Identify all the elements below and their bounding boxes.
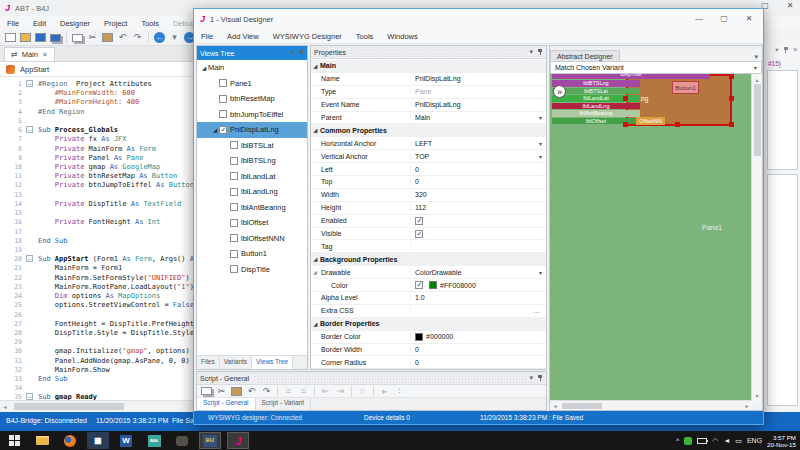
dropdown-arrow-icon[interactable]: ▾	[539, 269, 542, 276]
property-value[interactable]: PnlDispLatLng	[411, 75, 546, 82]
property-section-main[interactable]: ◢Main	[311, 60, 546, 73]
volume-icon[interactable]: ◄	[723, 437, 730, 444]
script-redo-icon[interactable]: ↷	[261, 386, 272, 397]
tab-script-variant[interactable]: Script - Variant	[256, 398, 312, 410]
script-indent-increase-icon[interactable]: ⇥	[335, 386, 346, 397]
ide-redo-icon[interactable]: ↷	[132, 32, 143, 43]
designer-maximize-button[interactable]: ▢	[718, 14, 730, 23]
property-value[interactable]: 1.0	[411, 294, 546, 301]
tree-item-checkbox[interactable]	[219, 110, 227, 118]
tree-item-checkbox[interactable]	[219, 126, 227, 134]
property-checkbox[interactable]	[415, 281, 423, 289]
taskbar-word[interactable]: W	[115, 432, 137, 449]
ide-menu-designer[interactable]: Designer	[53, 19, 97, 28]
tree-item-lblbtslat[interactable]: lblBTSLat	[197, 138, 307, 154]
tree-item-pnldisplatlng[interactable]: ◢PnlDispLatLng	[197, 122, 307, 138]
b4j-bridge-tray-icon[interactable]	[684, 437, 692, 445]
designer-minimize-button[interactable]: —	[693, 14, 705, 23]
designer-menu-windows[interactable]: Windows	[380, 32, 424, 41]
expander-icon[interactable]: ◢	[313, 269, 317, 275]
dropdown-arrow-icon[interactable]: ▾	[539, 153, 542, 160]
property-value[interactable]: Pane	[411, 88, 546, 95]
property-value[interactable]: 0	[411, 166, 546, 173]
tab-script-general[interactable]: Script - General	[197, 398, 256, 410]
ide-back-dropdown-icon[interactable]: ▾	[169, 32, 180, 43]
scrollbar-thumb[interactable]	[14, 403, 124, 410]
tab-variants[interactable]: Variants	[220, 356, 252, 369]
section-collapse-icon[interactable]: ◢	[311, 63, 320, 69]
script-more-icon[interactable]: ∶	[394, 386, 405, 397]
designer-menu-file[interactable]: File	[194, 32, 220, 41]
tree-item-main[interactable]: ◢Main	[197, 60, 307, 76]
tree-item-lbllandlat[interactable]: lblLandLat	[197, 169, 307, 185]
script-copy-icon[interactable]	[201, 387, 212, 395]
fold-toggle-icon[interactable]	[26, 126, 33, 133]
expanded-icon[interactable]: ◢	[200, 65, 208, 71]
designer-menu-tools[interactable]: Tools	[349, 32, 381, 41]
ide-undo-icon[interactable]: ↶	[117, 32, 128, 43]
tree-item-checkbox[interactable]	[230, 188, 238, 196]
scrollbar-thumb[interactable]	[754, 84, 761, 156]
fold-toggle-icon[interactable]	[26, 255, 33, 262]
tree-item-lbllandlng[interactable]: lblLandLng	[197, 184, 307, 200]
panel-pin-icon[interactable]	[537, 374, 543, 382]
tree-item-checkbox[interactable]	[230, 265, 238, 273]
script-uncomment-icon[interactable]: ≡	[298, 386, 309, 397]
section-collapse-icon[interactable]: ◢	[311, 127, 320, 133]
selection-handle[interactable]	[729, 74, 734, 79]
property-section-common-properties[interactable]: ◢Common Properties	[311, 124, 546, 137]
language-indicator[interactable]: ENG	[747, 437, 762, 444]
property-value[interactable]	[411, 217, 546, 225]
ide-copy-icon[interactable]	[72, 34, 83, 42]
fold-toggle-icon[interactable]	[26, 80, 33, 87]
property-value[interactable]: 0	[411, 178, 546, 185]
property-checkbox[interactable]	[415, 217, 423, 225]
tree-item-checkbox[interactable]	[230, 250, 238, 258]
tree-item-lbloffset[interactable]: lblOffset	[197, 215, 307, 231]
designer-view-lbllandlng[interactable]: lblLandLng	[552, 103, 640, 110]
ide-paste-icon[interactable]	[102, 33, 113, 42]
property-value[interactable]: PnlDispLatLng	[411, 101, 546, 108]
tree-item-checkbox[interactable]	[230, 172, 238, 180]
taskbar-start[interactable]	[3, 432, 25, 449]
property-value[interactable]: TOP▾	[411, 153, 546, 160]
designer-view-lblOffsetNNN[interactable]: OffsetNN	[636, 117, 665, 125]
taskbar-calculator[interactable]: ▦	[87, 432, 109, 449]
ide-menu-tools[interactable]: Tools	[134, 19, 166, 28]
ide-save-icon[interactable]	[35, 33, 46, 42]
abstract-designer-tab[interactable]: Abstract Designer	[550, 50, 620, 61]
designer-close-button[interactable]: ✕	[743, 14, 755, 23]
tree-item-btnjumptoeiffel[interactable]: btnJumpToEiffel	[197, 107, 307, 123]
abstract-designer-canvas[interactable]: PnlDispLatLng Button1 OffsetNN » Pane1 D…	[550, 74, 752, 402]
designer-view-lblantbearing[interactable]: lblAntBearing	[552, 110, 640, 117]
tree-item-checkbox[interactable]	[219, 79, 227, 87]
designer-view-disptitle[interactable]: DispTitle	[552, 74, 710, 79]
designer-menu-wysiwyg-designer[interactable]: WYSIWYG Designer	[266, 32, 349, 41]
property-value[interactable]: #FF008000	[411, 281, 546, 289]
property-value[interactable]: #000000	[411, 333, 546, 341]
property-value[interactable]: ColorDrawable▾	[411, 269, 546, 276]
property-value[interactable]: 0	[411, 359, 546, 366]
selection-handle[interactable]	[623, 122, 628, 127]
battery-icon[interactable]	[697, 438, 707, 444]
script-cut-icon[interactable]: ✂	[216, 386, 227, 397]
section-collapse-icon[interactable]: ◢	[311, 321, 320, 327]
selection-handle[interactable]	[729, 96, 734, 101]
panel-dropdown-icon[interactable]: ▾	[775, 46, 778, 54]
panel-pin-icon[interactable]	[298, 49, 304, 57]
scroll-left-icon[interactable]: ◂	[550, 401, 560, 411]
variant-selector[interactable]: Match Chosen Variant ▾	[550, 61, 762, 74]
panel-dropdown-icon[interactable]: ▾	[754, 53, 758, 60]
dropdown-arrow-icon[interactable]: ▾	[539, 140, 542, 147]
property-value[interactable]: …	[411, 307, 546, 314]
ide-new-file-icon[interactable]	[5, 33, 16, 42]
notification-icon[interactable]: ▭	[735, 437, 742, 445]
tree-item-checkbox[interactable]	[230, 234, 238, 242]
taskbar-designer-j[interactable]: J	[227, 432, 249, 449]
designer-menu-add-view[interactable]: Add View	[220, 32, 266, 41]
property-checkbox[interactable]	[415, 230, 423, 238]
ide-menu-project[interactable]: Project	[97, 19, 134, 28]
selection-handle[interactable]	[623, 96, 628, 101]
tree-item-lblbtslng[interactable]: lblBTSLng	[197, 153, 307, 169]
ide-close-button[interactable]: ✕	[784, 1, 796, 10]
